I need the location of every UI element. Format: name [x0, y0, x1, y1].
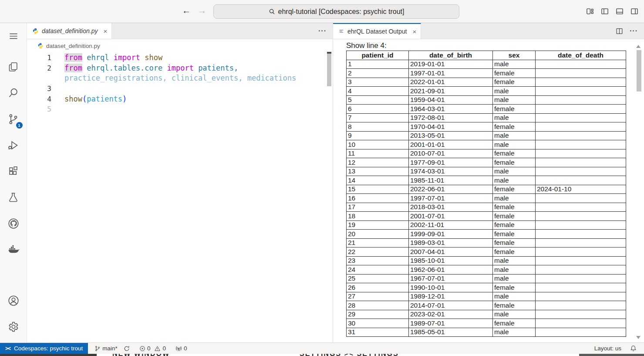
account-icon[interactable]: [3, 290, 24, 311]
panel-scrollbar[interactable]: [637, 50, 641, 92]
clipped-background-text-left: NEW WINDOW: [112, 354, 170, 356]
errors-warnings-indicator[interactable]: 0 0: [136, 345, 169, 352]
table-cell: male: [493, 167, 536, 176]
testing-icon[interactable]: [3, 187, 24, 208]
search-panel-icon[interactable]: [3, 82, 24, 103]
clipped-background-text-right: SETTINGS >< SETTINGS: [300, 354, 399, 356]
table-header-cell: date_of_birth: [409, 51, 493, 60]
table-cell: 1962-06-01: [409, 265, 493, 275]
customize-layout-icon[interactable]: [586, 7, 594, 16]
notifications-bell-icon[interactable]: [627, 345, 640, 352]
run-debug-icon[interactable]: [3, 135, 24, 156]
table-cell: [536, 60, 626, 69]
table-cell: 1989-03-01: [409, 238, 493, 248]
table-cell: 1989-07-01: [409, 319, 493, 328]
tab-ehrql-dataset-output[interactable]: ehrQL Dataset Output ×: [333, 23, 421, 39]
table-cell: [536, 87, 626, 96]
table-cell: 10: [347, 140, 409, 149]
table-cell: [536, 167, 626, 176]
error-icon: [139, 346, 145, 352]
table-row: 71972-08-01male: [347, 113, 626, 122]
table-cell: [536, 149, 626, 158]
table-cell: 19: [347, 220, 409, 230]
table-cell: [536, 176, 626, 185]
table-cell: [536, 220, 626, 230]
table-cell: female: [493, 105, 536, 114]
table-cell: 2001-01-01: [409, 140, 493, 149]
tab-dataset-definition[interactable]: dataset_definition.py ×: [27, 23, 112, 39]
table-cell: [536, 274, 626, 283]
line-number: 5: [27, 104, 51, 115]
table-row: 211989-03-01female: [347, 238, 626, 248]
close-tab-icon[interactable]: ×: [412, 28, 416, 35]
table-cell: 6: [347, 105, 409, 114]
breadcrumb-item[interactable]: dataset_definition.py: [46, 43, 100, 49]
sync-button[interactable]: [121, 346, 133, 352]
table-cell: [536, 95, 626, 105]
table-row: 92013-05-01male: [347, 131, 626, 140]
table-cell: female: [493, 283, 536, 292]
toggle-panel-icon[interactable]: [615, 7, 624, 16]
code-editor[interactable]: 1from ehrql import show2from ehrql.table…: [27, 52, 333, 115]
breadcrumb[interactable]: dataset_definition.py: [27, 39, 333, 52]
source-control-icon[interactable]: 1: [3, 108, 24, 129]
scroll-down-arrow-icon[interactable]: [636, 336, 641, 339]
code-line: 1from ehrql import show: [27, 53, 333, 63]
extensions-icon[interactable]: [3, 161, 24, 182]
editor-tab-bar: dataset_definition.py × ···: [27, 23, 333, 39]
back-arrow-icon[interactable]: ←: [182, 6, 191, 16]
table-row: 282014-07-01female: [347, 301, 626, 310]
remote-indicator[interactable]: >< Codespaces: psychic trout: [0, 343, 88, 354]
ports-indicator[interactable]: 0: [172, 345, 190, 352]
output-more-actions-icon[interactable]: ···: [630, 27, 638, 35]
table-cell: 23: [347, 256, 409, 265]
remote-label: Codespaces: psychic trout: [14, 345, 83, 352]
table-cell: 2007-04-01: [409, 248, 493, 257]
output-list-icon: [338, 28, 344, 34]
close-tab-icon[interactable]: ×: [103, 27, 107, 35]
table-row: 131974-03-01male: [347, 167, 626, 176]
table-cell: female: [493, 248, 536, 257]
docker-icon[interactable]: [3, 239, 24, 260]
table-cell: 3: [347, 78, 409, 87]
settings-gear-icon[interactable]: [3, 316, 24, 337]
toggle-secondary-sidebar-icon[interactable]: [630, 7, 639, 16]
menu-icon[interactable]: [3, 26, 24, 47]
code-line: 3: [27, 84, 333, 94]
table-cell: 14: [347, 176, 409, 185]
github-icon[interactable]: [3, 213, 24, 234]
table-cell: 2022-06-01: [409, 185, 493, 194]
activity-bar: 1: [0, 23, 27, 342]
background-window-strip: NEW WINDOW SETTINGS >< SETTINGS: [0, 354, 644, 356]
table-cell: [536, 328, 626, 337]
table-cell: 27: [347, 292, 409, 301]
scroll-up-arrow-icon[interactable]: [636, 45, 641, 48]
table-cell: [536, 212, 626, 221]
table-cell: [536, 105, 626, 114]
branch-label: main*: [102, 345, 118, 352]
command-center-search[interactable]: ehrql-tutorial [Codespaces: psychic trou…: [213, 4, 459, 19]
toggle-primary-sidebar-icon[interactable]: [600, 7, 609, 16]
table-cell: [536, 265, 626, 275]
forward-arrow-icon: →: [198, 6, 206, 16]
editor-scrollbar[interactable]: [327, 54, 331, 86]
table-cell: 2001-07-01: [409, 212, 493, 221]
table-cell: male: [493, 176, 536, 185]
table-cell: female: [493, 203, 536, 212]
editor-more-actions-icon[interactable]: ···: [318, 27, 327, 35]
table-cell: 2024-01-10: [536, 185, 626, 194]
table-cell: 30: [347, 319, 409, 328]
tab-label: dataset_definition.py: [42, 27, 98, 34]
split-editor-icon[interactable]: [615, 27, 624, 35]
layout-label: Layout: us: [594, 345, 621, 352]
table-row: 161997-07-01male: [347, 194, 626, 203]
keyboard-layout-indicator[interactable]: Layout: us: [591, 345, 624, 352]
explorer-icon[interactable]: [3, 56, 24, 77]
table-row: 42021-09-01male: [347, 87, 626, 96]
table-cell: 1990-10-01: [409, 283, 493, 292]
branch-indicator[interactable]: main*: [91, 345, 121, 352]
table-cell: 29: [347, 310, 409, 319]
table-cell: 1989-12-01: [409, 292, 493, 301]
table-header-cell: sex: [493, 51, 536, 60]
python-file-icon: [37, 43, 44, 49]
